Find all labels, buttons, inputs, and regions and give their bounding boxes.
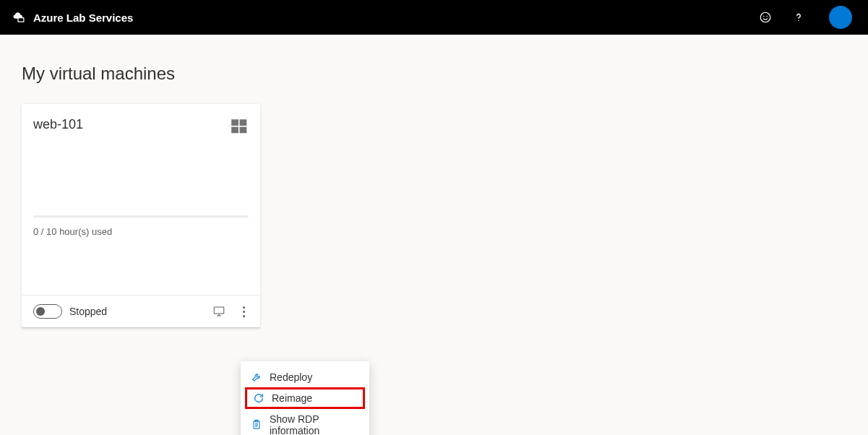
vm-name: web-101 bbox=[33, 117, 83, 132]
toggle-knob bbox=[36, 307, 45, 316]
svg-rect-1 bbox=[19, 18, 24, 21]
quota-progress-bar bbox=[33, 215, 249, 218]
vm-power-toggle[interactable] bbox=[33, 304, 62, 319]
refresh-icon bbox=[253, 392, 265, 404]
vm-context-menu: Redeploy Reimage Show RDP information bbox=[241, 361, 369, 435]
svg-point-3 bbox=[763, 16, 765, 17]
menu-label-show-rdp: Show RDP information bbox=[270, 413, 359, 435]
svg-rect-10 bbox=[214, 307, 224, 314]
menu-item-show-rdp[interactable]: Show RDP information bbox=[241, 408, 369, 435]
page-title: My virtual machines bbox=[22, 64, 846, 84]
connect-icon[interactable] bbox=[212, 305, 225, 318]
svg-rect-8 bbox=[231, 127, 239, 134]
svg-point-2 bbox=[760, 12, 770, 22]
azure-lab-services-logo-icon bbox=[12, 10, 26, 25]
svg-point-5 bbox=[798, 20, 799, 22]
quota-text: 0 / 10 hour(s) used bbox=[33, 226, 249, 237]
windows-icon bbox=[230, 117, 249, 136]
brand-area[interactable]: Azure Lab Services bbox=[12, 10, 133, 25]
svg-rect-7 bbox=[240, 119, 247, 126]
svg-rect-9 bbox=[240, 127, 247, 134]
more-actions-button[interactable] bbox=[239, 305, 249, 318]
top-navbar: Azure Lab Services bbox=[0, 0, 868, 35]
svg-rect-6 bbox=[231, 119, 239, 126]
menu-item-reimage[interactable]: Reimage bbox=[245, 387, 365, 409]
product-name: Azure Lab Services bbox=[33, 12, 133, 24]
menu-label-redeploy: Redeploy bbox=[270, 371, 312, 383]
wrench-icon bbox=[251, 371, 262, 383]
menu-label-reimage: Reimage bbox=[272, 392, 312, 404]
clipboard-icon bbox=[251, 419, 262, 431]
vm-card: web-101 0 / 10 hour(s) used Stopped bbox=[22, 104, 260, 327]
vm-status-text: Stopped bbox=[69, 306, 107, 317]
svg-point-4 bbox=[767, 16, 768, 17]
help-icon[interactable] bbox=[791, 10, 806, 25]
user-avatar[interactable] bbox=[829, 6, 852, 29]
menu-item-redeploy[interactable]: Redeploy bbox=[241, 366, 369, 389]
feedback-icon[interactable] bbox=[758, 10, 773, 25]
